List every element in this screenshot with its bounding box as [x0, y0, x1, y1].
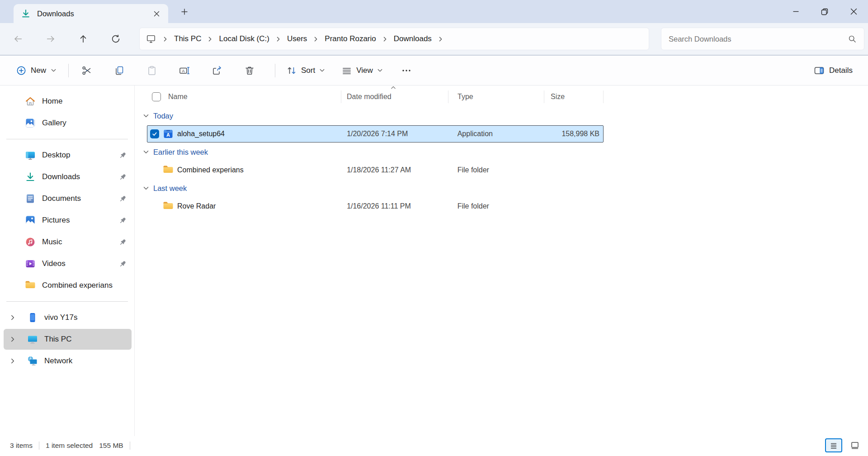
tab-close-icon[interactable] [150, 7, 163, 20]
navigation-pane: Home Gallery [0, 86, 135, 436]
breadcrumb-users[interactable]: Users [282, 32, 312, 46]
file-name: aloha_setup64 [177, 130, 225, 138]
sidebar-item-music[interactable]: Music [4, 232, 132, 252]
application-icon [163, 128, 174, 139]
file-type: File folder [448, 202, 544, 210]
breadcrumb-local-disk-c[interactable]: Local Disk (C:) [214, 32, 274, 46]
file-type: File folder [448, 166, 544, 174]
file-row-aloha-setup64[interactable]: aloha_setup64 1/20/2026 7:14 PM Applicat… [147, 125, 604, 142]
column-header-size[interactable]: Size [544, 90, 604, 103]
sidebar-item-label: Combined experians [42, 281, 113, 290]
file-name: Rove Radar [177, 202, 216, 210]
sidebar-item-videos[interactable]: Videos [4, 253, 132, 274]
breadcrumb-pranto-rozario[interactable]: Pranto Rozario [320, 32, 381, 46]
expand-chevron-icon[interactable] [9, 358, 16, 364]
forward-button[interactable] [41, 30, 61, 48]
desktop-icon [25, 150, 36, 161]
sidebar-item-label: Home [42, 97, 62, 106]
toolbar-divider [68, 64, 69, 77]
item-count: 3 items [10, 442, 33, 450]
sidebar-item-gallery[interactable]: Gallery [4, 113, 132, 133]
titlebar: Downloads [0, 0, 868, 23]
status-divider [39, 442, 39, 450]
cut-button[interactable] [74, 62, 99, 80]
sidebar-item-label: Pictures [42, 216, 70, 225]
status-divider [130, 442, 130, 450]
pictures-icon [25, 215, 36, 226]
sidebar-item-network[interactable]: Network [4, 351, 132, 371]
toolbar-divider [275, 64, 275, 77]
delete-button[interactable] [237, 62, 262, 80]
file-date-modified: 1/16/2026 11:11 PM [341, 202, 448, 210]
selection-size: 155 MB [99, 442, 123, 450]
paste-button[interactable] [139, 62, 165, 80]
back-button[interactable] [8, 30, 28, 48]
folder-icon [25, 280, 36, 291]
minimize-button[interactable] [781, 0, 810, 23]
column-headers: Name Date modified Type Size [147, 87, 604, 106]
column-label: Name [168, 93, 188, 101]
up-button[interactable] [73, 30, 93, 48]
column-header-date-modified[interactable]: Date modified [341, 90, 448, 103]
breadcrumb-downloads[interactable]: Downloads [389, 32, 437, 46]
breadcrumb-this-pc[interactable]: This PC [169, 32, 206, 46]
file-type: Application [448, 130, 544, 138]
close-button[interactable] [839, 0, 868, 23]
file-row-combined-experians[interactable]: Combined experians 1/18/2026 11:27 AM Fi… [147, 162, 604, 179]
file-size: 158,998 KB [544, 130, 603, 138]
network-icon [27, 356, 38, 366]
row-checkbox-checked[interactable] [150, 129, 159, 138]
sort-button-label: Sort [301, 66, 315, 75]
share-button[interactable] [204, 62, 230, 80]
rename-button[interactable]: A [172, 62, 197, 80]
sidebar-item-label: vivo Y17s [44, 313, 77, 322]
see-more-button[interactable] [394, 62, 419, 80]
group-label: Today [153, 112, 173, 120]
file-explorer-window: Downloads [0, 0, 868, 455]
search-input[interactable] [669, 35, 848, 43]
view-button[interactable]: View [336, 62, 388, 80]
group-header-today[interactable]: Today [143, 107, 868, 124]
details-pane-button[interactable]: Details [808, 62, 858, 80]
sidebar-item-vivo-y17s[interactable]: vivo Y17s [4, 307, 132, 328]
sidebar-item-label: Gallery [42, 119, 66, 128]
file-row-rove-radar[interactable]: Rove Radar 1/16/2026 11:11 PM File folde… [147, 198, 604, 215]
sidebar-item-downloads[interactable]: Downloads [4, 166, 132, 187]
collapse-chevron-icon [143, 149, 149, 155]
sidebar-item-pictures[interactable]: Pictures [4, 210, 132, 231]
group-label: Earlier this week [153, 148, 208, 157]
pin-icon [118, 195, 127, 203]
sidebar-item-label: This PC [44, 335, 71, 344]
explorer-tab-downloads[interactable]: Downloads [14, 4, 168, 23]
breadcrumb-chevron-icon [275, 36, 281, 42]
expand-chevron-icon[interactable] [9, 314, 16, 321]
group-header-last-week[interactable]: Last week [143, 180, 868, 197]
expand-chevron-icon[interactable] [9, 336, 16, 342]
sidebar-item-this-pc[interactable]: This PC [4, 329, 132, 350]
refresh-button[interactable] [106, 30, 126, 48]
address-bar[interactable]: This PC Local Disk (C:) Users Pranto Roz… [139, 28, 649, 50]
search-box[interactable] [661, 28, 864, 50]
this-pc-icon [146, 34, 156, 44]
sidebar-item-documents[interactable]: Documents [4, 188, 132, 209]
home-icon [25, 96, 36, 107]
select-all-checkbox[interactable] [152, 92, 161, 101]
new-tab-button[interactable] [177, 5, 192, 19]
details-view-toggle[interactable] [825, 438, 842, 452]
column-header-type[interactable]: Type [448, 90, 544, 103]
sidebar-item-home[interactable]: Home [4, 91, 132, 112]
copy-button[interactable] [107, 62, 132, 80]
breadcrumb-chevron-icon [162, 36, 168, 42]
column-header-name[interactable]: Name [147, 90, 341, 103]
new-button[interactable]: New [10, 62, 63, 80]
breadcrumb-chevron-icon [438, 36, 443, 42]
group-header-earlier-this-week[interactable]: Earlier this week [143, 143, 868, 161]
pin-icon [118, 238, 127, 247]
sidebar-item-desktop[interactable]: Desktop [4, 145, 132, 166]
view-button-label: View [356, 66, 373, 75]
restore-button[interactable] [810, 0, 839, 23]
sort-button[interactable]: Sort [281, 62, 330, 80]
sidebar-item-combined-experians[interactable]: Combined experians [4, 275, 132, 296]
large-icons-view-toggle[interactable] [846, 438, 863, 452]
sidebar-item-label: Music [42, 238, 62, 247]
